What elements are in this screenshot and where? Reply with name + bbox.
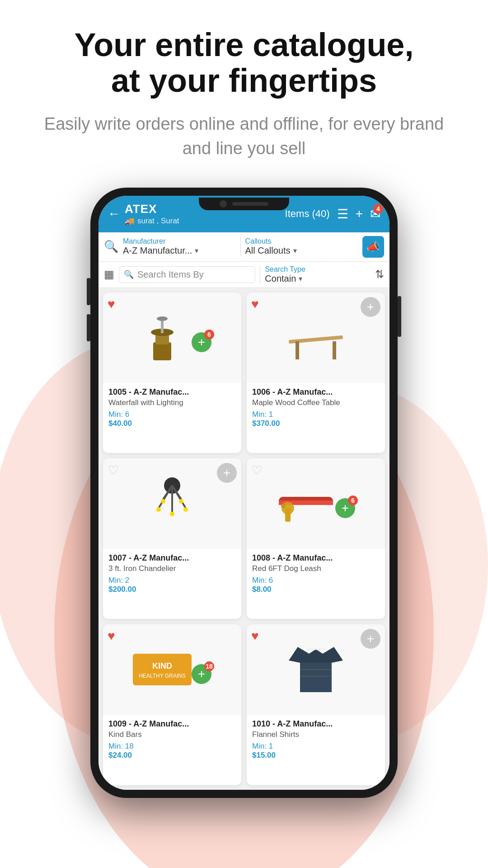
product-info: 1007 - A-Z Manufac... 3 ft. Iron Chandel… [103,549,241,599]
product-image [272,470,340,538]
favorite-button[interactable]: ♡ [108,463,119,478]
svg-rect-10 [333,341,336,359]
search-input[interactable]: Search Items By [137,269,204,280]
speaker-bar [232,202,268,206]
search-icon[interactable]: 🔍 [104,240,118,254]
product-code: 1007 - A-Z Manufac... [108,553,236,563]
svg-point-7 [157,316,168,321]
manufacturer-chevron: ▾ [195,246,198,255]
product-info: 1010 - A-Z Manufac... Flannel Shirts Min… [247,715,385,765]
product-card: ♥ + 1010 - A-Z Manufac... Flannel Shirts… [247,624,385,785]
product-name: Maple Wood Coffee Table [252,398,380,407]
product-min: Min: 6 [252,576,380,585]
barcode-icon[interactable]: ▦ [104,268,114,281]
search-type-chevron: ▾ [299,274,302,283]
favorite-button[interactable]: ♥ [108,297,115,311]
add-item-button[interactable]: + [356,207,363,221]
svg-rect-6 [161,320,164,333]
brand-name: ATEX [125,202,179,216]
svg-text:KIND: KIND [152,661,172,670]
vol-up-button [87,278,90,305]
mail-wrapper[interactable]: ✉ 4 [370,207,380,222]
search-input-icon: 🔍 [124,269,134,279]
product-image-area: ♡ + [103,458,241,549]
product-price: $15.00 [252,751,380,760]
add-to-cart-button[interactable]: + 18 [192,664,211,684]
product-min: Min: 2 [108,576,236,585]
product-info: 1008 - A-Z Manufac... Red 6FT Dog Leash … [247,549,385,599]
callouts-value: All Callouts [245,245,291,256]
truck-icon: 🚚 [125,216,135,226]
product-code: 1005 - A-Z Manufac... [108,387,236,397]
location-text: surat , Surat [137,217,179,226]
add-to-cart-button[interactable]: + 6 [192,332,211,352]
manufacturer-dropdown[interactable]: Manufacturer A-Z Manufactur... ▾ [123,237,236,256]
product-name: Waterfall with Lighting [108,398,236,407]
product-card: ♡ + 1007 - A-Z Manufac... 3 ft. Iron Cha… [103,458,241,619]
hero-subtitle: Easily write orders online and offline, … [36,112,452,160]
manufacturer-value: A-Z Manufactur... [123,245,192,256]
add-icon: + [367,300,374,314]
manufacturer-label: Manufacturer [123,237,236,245]
product-image-area: KIND HEALTHY GRAINS ♥ + 18 [103,624,241,715]
megaphone-button[interactable]: 📣 [362,236,384,258]
product-image [138,470,206,538]
product-image [282,636,350,703]
product-info: 1009 - A-Z Manufac... Kind Bars Min: 18 … [103,715,241,765]
product-code: 1006 - A-Z Manufac... [252,387,380,397]
search-input-container[interactable]: 🔍 Search Items By [119,266,255,283]
product-price: $24.00 [108,751,236,760]
power-button [398,296,401,337]
add-to-cart-button[interactable]: + [217,463,237,483]
svg-point-20 [183,507,188,512]
search-type-dropdown[interactable]: Search Type Contain ▾ [260,265,371,284]
add-icon: + [223,466,230,480]
product-min: Min: 1 [252,410,380,419]
callouts-label: Callouts [245,237,358,245]
svg-rect-25 [285,508,291,522]
product-price: $370.00 [252,419,380,428]
product-image-area: ♡ + 6 [247,458,385,549]
svg-rect-3 [153,342,171,360]
product-image: KIND HEALTHY GRAINS [128,636,196,703]
add-to-cart-button[interactable]: + 6 [335,498,355,518]
favorite-button[interactable]: ♥ [251,629,259,643]
phone-notch [199,198,289,210]
add-to-cart-button[interactable]: + [361,629,380,649]
favorite-button[interactable]: ♥ [251,297,259,311]
product-name: Kind Bars [108,730,236,739]
product-price: $40.00 [108,419,236,428]
search-type-label: Search Type [265,265,371,274]
add-to-cart-button[interactable]: + [361,297,380,317]
svg-point-17 [161,499,165,504]
product-image-area: ♥ + 6 [103,292,241,383]
products-grid: ♥ + 6 1005 - A-Z Manufac... Waterfall wi… [99,288,389,790]
svg-point-21 [170,512,174,516]
add-icon: + [198,667,205,681]
menu-icon[interactable]: ☰ [337,207,348,222]
callouts-dropdown[interactable]: Callouts All Callouts ▾ [245,237,358,256]
product-image-area: ♥ + [247,292,385,383]
product-image [128,304,196,372]
product-code: 1008 - A-Z Manufac... [252,553,380,563]
svg-point-18 [179,499,183,504]
divider [240,237,241,257]
phone-device: ← ATEX 🚚 surat , Surat Items (40) ☰ + [90,188,398,798]
svg-rect-9 [296,341,299,359]
product-card: ♥ + 1006 - A-Z Manufac... Maple Wood Cof… [247,292,385,453]
product-image-area: ♥ + [247,624,385,715]
product-info: 1005 - A-Z Manufac... Waterfall with Lig… [103,383,241,434]
sort-button[interactable]: ⇅ [375,268,384,281]
product-card: ♥ + 6 1005 - A-Z Manufac... Waterfall wi… [103,292,241,453]
search-type-value: Contain [265,274,296,284]
cart-badge: 6 [204,330,214,340]
product-card: KIND HEALTHY GRAINS ♥ + 18 1009 - A-Z Ma… [103,624,241,785]
product-image [282,304,350,372]
svg-text:HEALTHY GRAINS: HEALTHY GRAINS [139,673,186,679]
back-button[interactable]: ← [108,208,120,220]
product-name: Flannel Shirts [252,730,380,739]
product-price: $200.00 [108,585,236,594]
favorite-button[interactable]: ♡ [251,463,263,478]
hero-title: Your entire catalogue,at your fingertips [36,27,452,99]
favorite-button[interactable]: ♥ [108,629,115,643]
